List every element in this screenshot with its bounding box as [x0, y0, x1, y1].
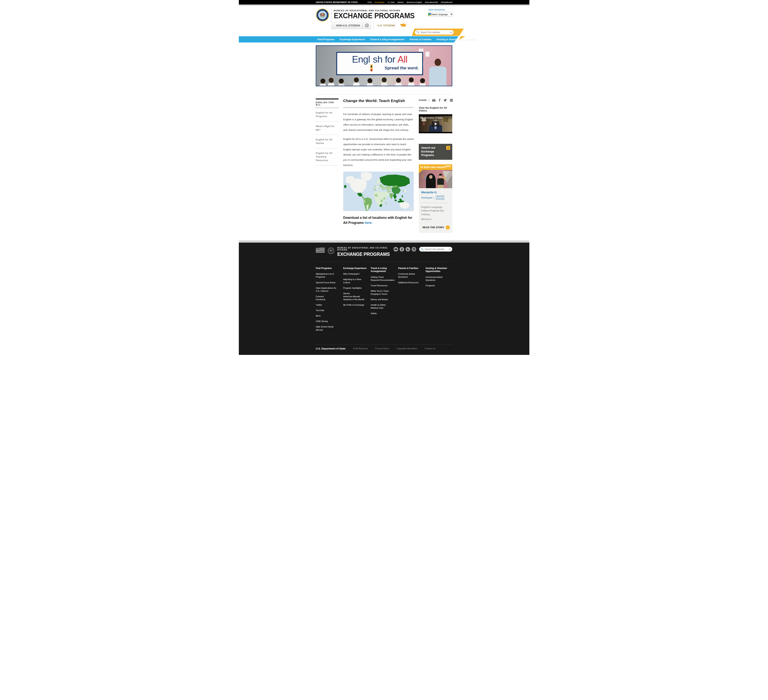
- footer-search: 🔍 ➔: [419, 247, 452, 251]
- sidebar-top-rule: [316, 99, 339, 99]
- utility-link-eca[interactable]: ECA: [368, 1, 372, 3]
- utility-link-american-english[interactable]: American English: [406, 1, 422, 3]
- footer-link[interactable]: Programs: [426, 284, 450, 287]
- header-search-submit[interactable]: ➔: [450, 31, 452, 34]
- us-citizens-label: U.S. CITIZENS: [378, 24, 395, 27]
- footer-link[interactable]: Open Applications for U.S. Citizens: [316, 286, 341, 292]
- footer-link[interactable]: YouTube: [316, 309, 341, 312]
- footer-link[interactable]: Why Participate?: [343, 272, 368, 275]
- in-their-own-words-label: In their own words: [421, 165, 445, 169]
- student-figure: [367, 78, 373, 86]
- student-figure: [419, 78, 426, 86]
- sidebar-item-whats-right[interactable]: What's Right for Me?: [316, 121, 339, 135]
- english-for-all-title: Englsh forAll: [341, 55, 419, 64]
- play-button[interactable]: [432, 121, 439, 126]
- search-icon: 🔍: [416, 31, 419, 34]
- footer-link[interactable]: More: [316, 314, 341, 317]
- nav-travel-living[interactable]: Travel & Living Arrangements: [370, 38, 405, 41]
- footer-link[interactable]: Twitter: [316, 304, 341, 306]
- videos-heading: View the English for All Videos: [419, 106, 452, 112]
- participant-meta: Participant | UNITED STATES: [421, 195, 450, 200]
- footer-contact-link[interactable]: Contact Us: [425, 347, 435, 350]
- facebook-icon[interactable]: [400, 247, 404, 251]
- footer-col-hosting-volunteer: Hosting & Volunteer Opportunities Common…: [426, 267, 453, 334]
- instagram-icon[interactable]: [412, 247, 416, 251]
- youtube-icon[interactable]: [394, 247, 398, 251]
- translate-area: View disclaimer Select Language: [428, 8, 452, 17]
- us-citizens-button[interactable]: U.S. CITIZENS: [378, 23, 406, 27]
- audience-switch: NON-U.S. CITIZENS U.S. CITIZENS: [331, 21, 407, 30]
- footer-link[interactable]: High School Study Abroad: [316, 325, 341, 331]
- instagram-share-icon[interactable]: [450, 99, 453, 102]
- footer-link[interactable]: While You're There Keeping in Touch: [371, 289, 395, 296]
- footer-site-title: EXCHANGE PROGRAMS: [337, 251, 394, 257]
- student-figure: [338, 78, 344, 86]
- footer-bureau-name: BUREAU OF EDUCATIONAL AND CULTURAL AFFAI…: [337, 247, 394, 251]
- lamp-decor: [423, 121, 425, 125]
- footer-link[interactable]: Getting There Required Documentation: [371, 276, 395, 281]
- video-thumbnail[interactable]: Secretary of State ...: [419, 114, 452, 133]
- footer-link[interactable]: 100K Strong: [316, 320, 341, 323]
- participant-program: English Language Fellow Program (EL-Fell…: [421, 205, 450, 216]
- footer-brand: BUREAU OF EDUCATIONAL AND CULTURAL AFFAI…: [337, 247, 394, 257]
- footer-copyright-link[interactable]: Copyright Information: [397, 347, 417, 350]
- wall-paper-decor: [426, 51, 429, 57]
- download-here-link[interactable]: here.: [365, 221, 373, 225]
- footer-link[interactable]: Program Spotlights: [343, 286, 368, 289]
- nav-parents-families[interactable]: Parents & Families: [410, 38, 431, 41]
- divider: [421, 203, 450, 203]
- participant-name[interactable]: Marquita G.: [421, 190, 450, 194]
- footer-search-submit[interactable]: ➔: [448, 248, 451, 251]
- nav-hosting-volunteer[interactable]: Hosting & Volunteer Opportunities: [437, 38, 477, 41]
- hero-tagline: Spread the word.: [341, 66, 419, 70]
- footer-foia-link[interactable]: FOIA Requests: [353, 347, 368, 350]
- footer-col-title: Find Programs: [316, 267, 341, 270]
- nav-exchange-experience[interactable]: Exchange Experience: [340, 38, 365, 41]
- footer-link[interactable]: Special Focus Areas: [316, 281, 341, 284]
- rss-icon[interactable]: [406, 247, 410, 251]
- view-disclaimer-link[interactable]: View disclaimer: [428, 8, 452, 11]
- language-select[interactable]: Select Language: [428, 12, 452, 17]
- footer-search-input[interactable]: [425, 248, 448, 251]
- header-search-input[interactable]: [420, 31, 450, 34]
- sidebar-item-teaching-resources[interactable]: English for All Teaching Resources: [316, 149, 339, 165]
- footer-link[interactable]: Health & Safety Medical Care: [371, 304, 395, 309]
- email-share-icon[interactable]: [432, 99, 435, 102]
- footer-link[interactable]: Additional Resources: [398, 281, 423, 284]
- language-select-value: Select Language: [431, 13, 448, 16]
- expand-plus-icon[interactable]: +: [446, 146, 450, 150]
- footer-link[interactable]: Alphabetical List of Programs: [316, 272, 341, 278]
- search-programs-label: Search our Exchange Programs: [421, 146, 444, 157]
- title-part: sh for: [373, 55, 395, 64]
- sidebar-item-stories[interactable]: English for All Stories: [316, 135, 339, 149]
- footer-link[interactable]: My Pride in Exchange: [343, 304, 368, 306]
- footer-col-title: Parents & Families: [398, 267, 423, 270]
- utility-link-studyabroad[interactable]: StudyAbroad: [441, 1, 452, 3]
- footer-link[interactable]: Adjusting to a New Culture: [343, 278, 368, 284]
- share-icons: [432, 99, 453, 102]
- non-us-citizens-button[interactable]: NON-U.S. CITIZENS: [331, 22, 371, 29]
- utility-link-alumni[interactable]: Alumni: [398, 1, 403, 3]
- footer-link[interactable]: Commonly Asked Questions: [398, 272, 423, 278]
- utility-link-j1visa[interactable]: J-1 Visa: [387, 1, 395, 3]
- footer-link[interactable]: Commonly Asked Questions: [426, 276, 450, 281]
- search-programs-panel[interactable]: Search our Exchange Programs +: [419, 144, 452, 160]
- footer-link[interactable]: Connect Facebook: [316, 295, 341, 301]
- twitter-share-icon[interactable]: [443, 99, 447, 102]
- facebook-share-icon[interactable]: [439, 99, 440, 102]
- utility-link-exchanges[interactable]: Exchanges: [374, 1, 384, 3]
- footer-link[interactable]: Stories American Abroad Students of the …: [343, 292, 368, 301]
- student-figure: [320, 78, 326, 86]
- sidebar-heading: ENGLISH FOR ALL: [316, 101, 339, 108]
- utility-link-educationusa[interactable]: EducationUSA: [425, 1, 438, 3]
- footer-link[interactable]: Travel Resources: [371, 284, 395, 287]
- read-the-story-button[interactable]: READ THE STORY →: [421, 225, 450, 230]
- participant-country: UNITED STATES: [435, 195, 450, 200]
- footer-link[interactable]: Money and Banks: [371, 298, 395, 301]
- footer-link[interactable]: Safety: [371, 312, 395, 315]
- sidebar-item-programs[interactable]: English for All Programs: [316, 108, 339, 121]
- dept-of-state-seal-gray-icon: [328, 247, 334, 254]
- footer-privacy-link[interactable]: Privacy Notice: [375, 347, 389, 350]
- nav-find-programs[interactable]: Find Programs: [317, 38, 334, 41]
- double-rule: [343, 107, 414, 108]
